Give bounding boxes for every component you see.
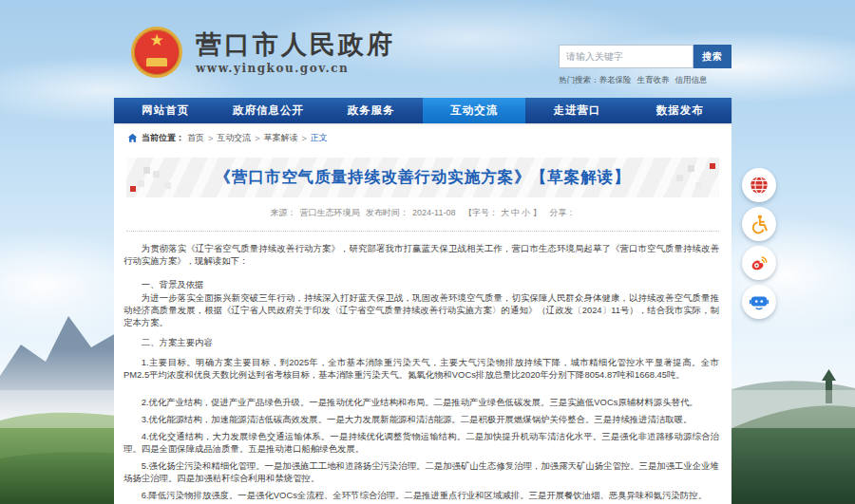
article-title-banner: 《营口市空气质量持续改善行动实施方案》【草案解读】 <box>126 158 719 197</box>
breadcrumb-current: 正文 <box>311 132 328 144</box>
hot-search-row: 热门搜索：养老保险生育收养信用信息 <box>559 75 732 86</box>
hot-search-label: 热门搜索： <box>559 75 599 84</box>
site-logo[interactable]: ★ 营口市人民政府 www.yingkou.gov.cn <box>131 27 395 78</box>
article-title: 《营口市空气质量持续改善行动实施方案》【草案解读】 <box>215 167 631 188</box>
site-title: 营口市人民政府 <box>196 30 395 59</box>
chatbot-icon <box>749 291 770 312</box>
search-area: 搜索 热门搜索：养老保险生育收养信用信息 <box>559 45 732 86</box>
content-panel: 当前位置： 首页 > 互动交流 > 草案解读 > 正文 《营口市空气质量持续改善… <box>114 123 732 504</box>
hot-search-link[interactable]: 生育收养 <box>637 75 670 84</box>
main-nav: 网站首页 政府信息公开 政务服务 互动交流 走进营口 数据发布 <box>114 98 732 123</box>
meta-source: 营口生态环境局 <box>300 208 360 217</box>
paragraph: 1.主要目标。明确方案主要目标，到2025年，全市基本消除重污染天气，主要大气污… <box>124 356 719 381</box>
paragraph: 5.强化扬尘污染和精细化管理。一是加强施工工地和道路扬尘污染治理。二是加强矿山生… <box>124 459 719 484</box>
article-body: 为贯彻落实《辽宁省空气质量持续改善行动方案》，研究部署我市打赢蓝天保卫战相关工作… <box>114 232 732 504</box>
home-icon <box>127 133 138 143</box>
nav-item-data[interactable]: 数据发布 <box>629 98 732 123</box>
breadcrumb-interaction[interactable]: 互动交流 <box>217 132 251 144</box>
share-label: 分享： <box>549 208 575 217</box>
nav-item-interaction[interactable]: 互动交流 <box>423 98 525 123</box>
weibo-button[interactable] <box>742 246 776 280</box>
accessibility-icon <box>749 214 770 234</box>
nav-item-home[interactable]: 网站首页 <box>114 98 217 123</box>
paragraph: 3.优化能源结构，加速能源清洁低碳高效发展。一是大力发展新能源和清洁能源。二是积… <box>124 413 719 425</box>
nav-item-info[interactable]: 政府信息公开 <box>217 98 319 123</box>
paragraph: 4.优化交通结构，大力发展绿色交通运输体系。一是持续优化调整货物运输结构。二是加… <box>124 430 719 455</box>
site-url: www.yingkou.gov.cn <box>196 62 395 75</box>
chatbot-button[interactable] <box>742 285 776 319</box>
section-heading: 一、背景及依据 <box>124 278 719 290</box>
breadcrumb: 当前位置： 首页 > 互动交流 > 草案解读 > 正文 <box>114 123 732 144</box>
search-input[interactable] <box>559 45 694 68</box>
banner-decoration <box>688 165 694 172</box>
nav-item-about[interactable]: 走进营口 <box>525 98 628 123</box>
hot-search-link[interactable]: 信用信息 <box>675 75 708 84</box>
font-size-control: 【字号：大中小】 <box>462 208 543 217</box>
globe-icon <box>749 175 770 196</box>
paragraph: 2.优化产业结构，促进产业产品绿色升级。一是推动优化产业结构和布局。二是推动产业… <box>124 396 719 408</box>
font-size-medium[interactable]: 中 <box>511 208 520 217</box>
breadcrumb-home[interactable]: 首页 <box>187 132 204 144</box>
globe-button[interactable] <box>742 168 776 202</box>
meta-source-label: 来源： <box>271 208 296 217</box>
nav-item-services[interactable]: 政务服务 <box>320 98 423 123</box>
banner-decoration <box>710 163 715 169</box>
floating-toolbar <box>742 168 776 324</box>
font-size-small[interactable]: 小 <box>522 208 530 217</box>
font-size-large[interactable]: 大 <box>501 208 509 217</box>
breadcrumb-label: 当前位置： <box>142 132 184 144</box>
national-emblem-icon: ★ <box>131 27 182 78</box>
banner-decoration <box>143 167 150 174</box>
accessibility-button[interactable] <box>742 207 776 241</box>
paragraph: 6.降低污染物排放强度。一是强化VOCs全流程、全环节综合治理。二是推进重点行业… <box>124 489 719 501</box>
banner-decoration <box>130 186 136 192</box>
meta-date-label: 发布时间： <box>366 208 408 217</box>
hot-search-link[interactable]: 养老保险 <box>599 75 632 84</box>
weibo-icon <box>749 252 770 273</box>
paragraph: 为进一步落实全面振兴新突破三年行动，持续深入打好蓝天保卫战，巩固改善环境空气质量… <box>124 291 719 328</box>
search-button[interactable]: 搜索 <box>694 45 732 68</box>
breadcrumb-draft[interactable]: 草案解读 <box>264 132 298 144</box>
section-heading: 二、方案主要内容 <box>124 336 719 348</box>
article-meta: 来源：营口生态环境局 发布时间：2024-11-08 【字号：大中小】 分享： <box>126 197 719 232</box>
meta-date: 2024-11-08 <box>412 208 455 217</box>
paragraph: 为贯彻落实《辽宁省空气质量持续改善行动方案》，研究部署我市打赢蓝天保卫战相关工作… <box>124 242 719 267</box>
